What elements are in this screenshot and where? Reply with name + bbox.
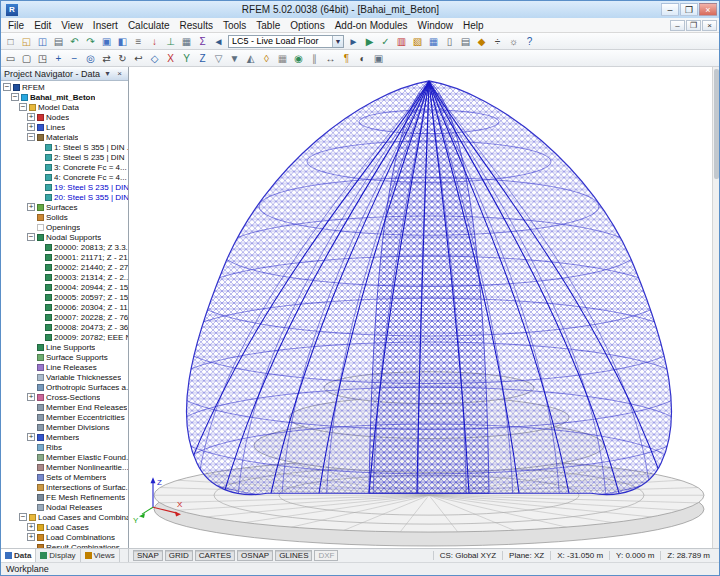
navigator-tab-data[interactable]: Data <box>1 549 36 562</box>
check-data-icon[interactable]: ✓ <box>378 34 393 48</box>
tree-item[interactable]: 20: Steel S 355 | DIN <box>1 192 128 202</box>
tree-item[interactable]: 2: Steel S 235 | DIN <box>1 152 128 162</box>
zoom-in-icon[interactable]: + <box>51 51 66 65</box>
show-results-icon[interactable]: Σ <box>195 34 210 48</box>
tree-item[interactable]: 3: Concrete Fc = 4... <box>1 162 128 172</box>
grid-snap-icon[interactable]: ▦ <box>275 51 290 65</box>
workplane-icon[interactable]: ◊ <box>259 51 274 65</box>
comment-icon[interactable]: ¶ <box>339 51 354 65</box>
units-settings-icon[interactable]: ÷ <box>490 34 505 48</box>
tree-item[interactable]: 20005: 20597; Z - 15... <box>1 292 128 302</box>
expander-expand-icon[interactable]: + <box>27 393 35 401</box>
mdi-close-button[interactable]: × <box>702 20 717 31</box>
status-toggle-cartes[interactable]: CARTES <box>195 550 235 561</box>
menu-item-add-on-modules[interactable]: Add-on Modules <box>330 18 413 32</box>
scrollbar-thumb[interactable] <box>714 69 719 179</box>
next-load-case-icon[interactable]: ► <box>346 34 361 48</box>
tree-item[interactable]: Nodal Releases <box>1 502 128 512</box>
rotate-view-icon[interactable]: ↻ <box>115 51 130 65</box>
tree-item[interactable]: +Members <box>1 432 128 442</box>
isometric-view-icon[interactable]: ◇ <box>147 51 162 65</box>
redo-icon[interactable]: ↷ <box>83 34 98 48</box>
expander-collapse-icon[interactable]: − <box>3 83 11 91</box>
undo-icon[interactable]: ↶ <box>67 34 82 48</box>
tree-item[interactable]: 20007: 20228; Z - 76... <box>1 312 128 322</box>
navigator-tab-views[interactable]: Views <box>81 549 120 562</box>
previous-view-icon[interactable]: ↩ <box>131 51 146 65</box>
status-toggle-glines[interactable]: GLINES <box>275 550 312 561</box>
show-supports-icon[interactable]: ⊥ <box>163 34 178 48</box>
object-snap-icon[interactable]: ◉ <box>291 51 306 65</box>
status-toggle-snap[interactable]: SNAP <box>133 550 163 561</box>
status-toggle-osnap[interactable]: OSNAP <box>237 550 273 561</box>
menu-item-options[interactable]: Options <box>285 18 329 32</box>
tree-item[interactable]: Member Divisions <box>1 422 128 432</box>
viewport-scrollbar-vertical[interactable] <box>712 67 719 548</box>
print-icon[interactable]: ▤ <box>51 34 66 48</box>
save-icon[interactable]: ◫ <box>35 34 50 48</box>
pan-view-icon[interactable]: ⇄ <box>99 51 114 65</box>
expander-expand-icon[interactable]: + <box>27 203 35 211</box>
mdi-restore-button[interactable]: ❐ <box>686 20 701 31</box>
tree-item[interactable]: Intersections of Surfac... <box>1 482 128 492</box>
block-manager-icon[interactable]: ◆ <box>474 34 489 48</box>
tree-item[interactable]: +Lines <box>1 122 128 132</box>
navigator-tab-display[interactable]: Display <box>36 549 80 562</box>
menu-item-edit[interactable]: Edit <box>29 18 56 32</box>
expander-collapse-icon[interactable]: − <box>11 93 19 101</box>
previous-load-case-icon[interactable]: ◄ <box>211 34 226 48</box>
render-mode-icon[interactable]: ◧ <box>115 34 130 48</box>
chevron-down-icon[interactable]: ▼ <box>332 36 343 47</box>
tree-item[interactable]: −Nodal Supports <box>1 232 128 242</box>
tables-icon[interactable]: ▦ <box>426 34 441 48</box>
expander-collapse-icon[interactable]: − <box>27 133 35 141</box>
show-loads-icon[interactable]: ↓ <box>147 34 162 48</box>
tree-item[interactable]: 20008: 20473; Z - 36... <box>1 322 128 332</box>
load-case-dropdown[interactable]: LC5 - Live Load Floor ▼ <box>228 35 344 48</box>
tree-item[interactable]: Sets of Members <box>1 472 128 482</box>
menu-item-view[interactable]: View <box>56 18 88 32</box>
transparent-display-icon[interactable]: ◭ <box>243 51 258 65</box>
open-model-icon[interactable]: ◱ <box>19 34 34 48</box>
tree-item[interactable]: 4: Concrete Fc = 4... <box>1 172 128 182</box>
tree-item[interactable]: FE Mesh Refinements <box>1 492 128 502</box>
tree-item[interactable]: Surface Supports <box>1 352 128 362</box>
tree-item[interactable]: Member Elastic Found... <box>1 452 128 462</box>
tree-item[interactable]: +Load Cases <box>1 522 128 532</box>
guidelines-icon[interactable]: ∥ <box>307 51 322 65</box>
mdi-minimize-button[interactable]: – <box>670 20 685 31</box>
tree-item[interactable]: 20003: 21314; Z - 2... <box>1 272 128 282</box>
clipping-box-icon[interactable]: ▣ <box>371 51 386 65</box>
tree-item[interactable]: +Load Combinations <box>1 532 128 542</box>
view-in-y-icon[interactable]: Y <box>179 51 194 65</box>
tree-item[interactable]: −RFEM <box>1 82 128 92</box>
menu-item-window[interactable]: Window <box>413 18 459 32</box>
view-in-x-icon[interactable]: X <box>163 51 178 65</box>
tree-item[interactable]: Solids <box>1 212 128 222</box>
expander-expand-icon[interactable]: + <box>27 113 35 121</box>
menu-item-tools[interactable]: Tools <box>218 18 251 32</box>
tree-item[interactable]: Openings <box>1 222 128 232</box>
zoom-all-icon[interactable]: ◎ <box>83 51 98 65</box>
tree-item[interactable]: Variable Thicknesses <box>1 372 128 382</box>
print-graphic-icon[interactable]: ▤ <box>458 34 473 48</box>
tree-item[interactable]: −Model Data <box>1 102 128 112</box>
tree-item[interactable]: −Bahai_mit_Beton <box>1 92 128 102</box>
tree-item[interactable]: Member Nonlinearitie... <box>1 462 128 472</box>
tree-item[interactable]: Orthotropic Surfaces a... <box>1 382 128 392</box>
minimize-button[interactable]: – <box>661 3 679 16</box>
wireframe-display-icon[interactable]: ▽ <box>211 51 226 65</box>
select-window-icon[interactable]: ▢ <box>19 51 34 65</box>
tree-item[interactable]: Member End Releases <box>1 402 128 412</box>
tree-item[interactable]: Line Releases <box>1 362 128 372</box>
expander-collapse-icon[interactable]: − <box>27 233 35 241</box>
menu-item-table[interactable]: Table <box>251 18 285 32</box>
tree-item[interactable]: 20001: 21171; Z - 21... <box>1 252 128 262</box>
tree-item[interactable]: 20009: 20782; EEE N... <box>1 332 128 342</box>
load-cases-manager-icon[interactable]: ▥ <box>394 34 409 48</box>
expander-expand-icon[interactable]: + <box>27 433 35 441</box>
menu-item-results[interactable]: Results <box>175 18 218 32</box>
options-icon[interactable]: ☼ <box>506 34 521 48</box>
tree-item[interactable]: +Cross-Sections <box>1 392 128 402</box>
tree-item[interactable]: 20006: 20304; Z - 11... <box>1 302 128 312</box>
